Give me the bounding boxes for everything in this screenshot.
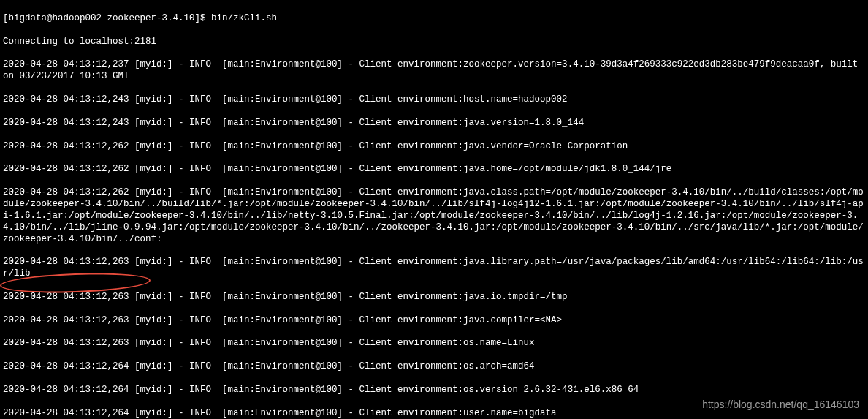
- log-line: 2020-04-28 04:13:12,263 [myid:] - INFO […: [3, 257, 865, 280]
- log-line: 2020-04-28 04:13:12,262 [myid:] - INFO […: [3, 187, 865, 245]
- log-line: 2020-04-28 04:13:12,262 [myid:] - INFO […: [3, 141, 865, 153]
- log-line: 2020-04-28 04:13:12,243 [myid:] - INFO […: [3, 118, 865, 129]
- log-line: 2020-04-28 04:13:12,264 [myid:] - INFO […: [3, 385, 865, 396]
- log-line: 2020-04-28 04:13:12,263 [myid:] - INFO […: [3, 292, 865, 303]
- shell-prompt: [bigdata@hadoop002 zookeeper-3.4.10]$ bi…: [3, 13, 865, 25]
- log-line: 2020-04-28 04:13:12,237 [myid:] - INFO […: [3, 59, 865, 83]
- log-line: 2020-04-28 04:13:12,262 [myid:] - INFO […: [3, 164, 865, 175]
- log-line: 2020-04-28 04:13:12,263 [myid:] - INFO […: [3, 338, 865, 350]
- watermark-text: https://blog.csdn.net/qq_16146103: [702, 399, 859, 412]
- log-line: 2020-04-28 04:13:12,264 [myid:] - INFO […: [3, 361, 865, 373]
- connecting-line: Connecting to localhost:2181: [3, 37, 865, 48]
- log-line: 2020-04-28 04:13:12,243 [myid:] - INFO […: [3, 94, 865, 106]
- log-line: 2020-04-28 04:13:12,263 [myid:] - INFO […: [3, 315, 865, 327]
- terminal-output[interactable]: [bigdata@hadoop002 zookeeper-3.4.10]$ bi…: [3, 1, 865, 419]
